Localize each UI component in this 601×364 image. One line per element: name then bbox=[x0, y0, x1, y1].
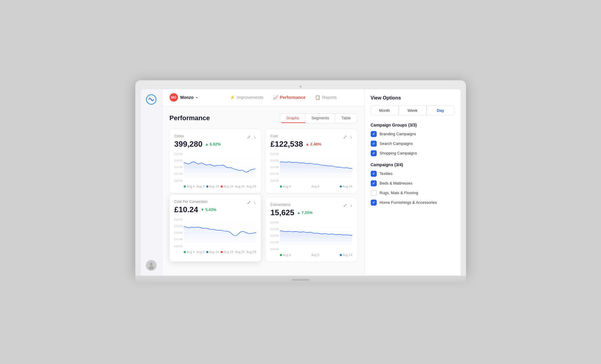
campaign-textiles[interactable]: ✓ Textiles bbox=[371, 171, 455, 177]
cost-value: £122,538 ▲ 2.48% bbox=[271, 139, 352, 149]
cpc-x-labels: Aug 4 Aug 9 Aug 14 Aug 19 Aug 24 Aug 29 bbox=[184, 250, 256, 254]
improvements-icon: ⚡ bbox=[230, 95, 235, 100]
cpc-y-axis: £14.00 £13.00 £12.00 £11.00 £10.00 bbox=[174, 218, 183, 254]
up-arrow-icon: ▲ bbox=[205, 142, 209, 146]
tab-graphs[interactable]: Graphs bbox=[280, 114, 305, 123]
checkmark-icon: ✓ bbox=[372, 181, 375, 185]
right-panel: View Options Month Week Day Campaign Gro… bbox=[364, 89, 461, 276]
checkbox-home[interactable]: ✓ bbox=[371, 200, 377, 206]
checkbox-branding[interactable]: ✓ bbox=[371, 131, 377, 137]
up-arrow-icon: ▲ bbox=[297, 210, 301, 215]
performance-icon: 📈 bbox=[273, 95, 278, 100]
top-nav: MO Monzo ▾ ⚡ Improvements 📈 bbox=[162, 89, 364, 106]
download-icon[interactable]: ↓ bbox=[350, 134, 352, 140]
checkbox-textiles[interactable]: ✓ bbox=[371, 171, 377, 177]
checkbox-rugs[interactable] bbox=[371, 190, 377, 196]
clicks-change: ▲ 6.82% bbox=[205, 142, 221, 146]
user-avatar[interactable] bbox=[146, 260, 157, 271]
view-tabs: Graphs Segments Table bbox=[280, 113, 357, 123]
chevron-down-icon: ▾ bbox=[196, 96, 198, 99]
cpc-chart-card: Cost Per Conversion £10.24 ▼ 5.43% bbox=[170, 195, 261, 262]
download-icon[interactable]: ↓ bbox=[350, 203, 352, 208]
cpc-value: £10.24 ▼ 5.43% bbox=[174, 205, 256, 214]
clicks-y-axis: £14.00 £13.00 £12.00 £11.00 £10.00 bbox=[174, 152, 183, 188]
campaign-beds-label: Beds & Mattresses bbox=[380, 181, 412, 185]
campaign-textiles-label: Textiles bbox=[380, 171, 393, 176]
performance-page: Performance Graphs Segments Table C bbox=[162, 106, 364, 276]
main-content: MO Monzo ▾ ⚡ Improvements 📈 bbox=[162, 89, 364, 276]
tab-table[interactable]: Table bbox=[335, 114, 357, 123]
clicks-x-labels: Aug 4 Aug 9 Aug 14 Aug 19 Aug 24 Aug 29 bbox=[184, 185, 256, 188]
checkmark-icon: ✓ bbox=[372, 172, 375, 176]
performance-header: Performance Graphs Segments Table bbox=[170, 113, 357, 123]
campaign-group-branding-label: Branding Campaigns bbox=[380, 132, 416, 136]
campaigns-title: Campaigns (3/4) bbox=[371, 162, 455, 167]
checkmark-icon: ✓ bbox=[372, 200, 375, 205]
campaign-beds[interactable]: ✓ Beds & Mattresses bbox=[371, 180, 455, 186]
expand-icon[interactable]: ⤢ bbox=[343, 203, 347, 208]
conversions-chart-actions: ⤢ ↓ bbox=[343, 203, 352, 208]
cost-label: Cost bbox=[271, 134, 352, 138]
cost-y-axis: £14.00 £13.00 £12.00 £11.00 £10.00 bbox=[271, 152, 279, 188]
brand-name: Monzo bbox=[180, 95, 194, 100]
week-btn[interactable]: Week bbox=[399, 106, 427, 115]
sidebar bbox=[141, 89, 162, 276]
checkmark-icon: ✓ bbox=[372, 142, 375, 146]
campaign-home[interactable]: ✓ Home Furnishings & Accessories bbox=[371, 200, 455, 206]
expand-icon[interactable]: ⤢ bbox=[247, 200, 251, 205]
clicks-label: Clicks bbox=[174, 134, 256, 138]
checkmark-icon: ✓ bbox=[372, 132, 375, 136]
brand-avatar: MO bbox=[170, 93, 178, 102]
reports-icon: 📋 bbox=[315, 95, 320, 100]
laptop-notch bbox=[292, 279, 310, 281]
checkbox-beds[interactable]: ✓ bbox=[371, 180, 377, 186]
day-btn[interactable]: Day bbox=[427, 106, 455, 115]
charts-grid: Clicks 399,280 ▲ 6.82% ⤢ bbox=[170, 129, 357, 262]
campaign-rugs[interactable]: Rugs, Mats & Flooring bbox=[371, 190, 455, 196]
download-icon[interactable]: ↓ bbox=[254, 134, 256, 140]
cost-chart-card: Cost £122,538 ▲ 2.48% ⤢ bbox=[266, 129, 357, 193]
expand-icon[interactable]: ⤢ bbox=[247, 134, 251, 140]
cost-x-labels: Aug 4 Aug 9 Aug 14 bbox=[280, 185, 352, 188]
nav-item-improvements[interactable]: ⚡ Improvements bbox=[230, 94, 263, 101]
download-icon[interactable]: ↓ bbox=[254, 200, 256, 205]
cpc-chart-actions: ⤢ ↓ bbox=[247, 200, 256, 205]
nav-item-performance[interactable]: 📈 Performance bbox=[273, 94, 306, 101]
campaign-group-search[interactable]: ✓ Search Campaigns bbox=[371, 141, 455, 147]
brand-selector[interactable]: MO Monzo ▾ bbox=[170, 93, 198, 102]
conversions-value: 15,625 ▲ 7.25% bbox=[271, 208, 352, 217]
campaign-group-shopping-label: Shopping Campaigns bbox=[380, 151, 417, 155]
chart-actions: ⤢ ↓ bbox=[247, 134, 256, 140]
checkbox-shopping[interactable]: ✓ bbox=[371, 150, 377, 156]
nav-item-reports[interactable]: 📋 Reports bbox=[315, 94, 337, 101]
nav-items: ⚡ Improvements 📈 Performance 📋 Reports bbox=[230, 94, 337, 101]
svg-point-1 bbox=[150, 263, 153, 266]
page-title: Performance bbox=[170, 114, 210, 122]
cost-chart-actions: ⤢ ↓ bbox=[343, 134, 352, 140]
month-btn[interactable]: Month bbox=[371, 106, 399, 115]
conversions-label: Conversions bbox=[271, 203, 352, 207]
conversions-y-axis: £14.00 £13.00 £12.00 £11.00 £10.00 bbox=[271, 221, 279, 257]
checkbox-search[interactable]: ✓ bbox=[371, 141, 377, 147]
campaign-groups-title: Campaign Groups (3/3) bbox=[371, 123, 455, 127]
svg-point-2 bbox=[149, 266, 154, 270]
cost-change: ▲ 2.48% bbox=[305, 142, 321, 146]
tab-segments[interactable]: Segments bbox=[305, 114, 336, 123]
cpc-label: Cost Per Conversion bbox=[174, 200, 256, 204]
checkmark-icon: ✓ bbox=[372, 151, 375, 155]
campaign-rugs-label: Rugs, Mats & Flooring bbox=[380, 191, 419, 195]
conversions-chart-card: Conversions 15,625 ▲ 7.25% ⤢ bbox=[266, 198, 357, 262]
cpc-line-chart bbox=[184, 218, 256, 248]
campaign-groups-list: ✓ Branding Campaigns ✓ Search Campaigns bbox=[371, 131, 455, 156]
clicks-chart-card: Clicks 399,280 ▲ 6.82% ⤢ bbox=[170, 129, 261, 193]
cost-line-chart bbox=[280, 152, 352, 182]
clicks-value: 399,280 ▲ 6.82% bbox=[174, 139, 256, 149]
campaign-group-branding[interactable]: ✓ Branding Campaigns bbox=[371, 131, 455, 137]
campaign-home-label: Home Furnishings & Accessories bbox=[380, 200, 437, 205]
up-arrow-icon: ▲ bbox=[305, 142, 309, 146]
conversions-x-labels: Aug 4 Aug 9 Aug 14 bbox=[280, 253, 352, 257]
expand-icon[interactable]: ⤢ bbox=[343, 134, 347, 140]
campaign-group-shopping[interactable]: ✓ Shopping Campaigns bbox=[371, 150, 455, 156]
cpc-change: ▼ 5.43% bbox=[201, 207, 216, 212]
conversions-change: ▲ 7.25% bbox=[297, 210, 313, 215]
